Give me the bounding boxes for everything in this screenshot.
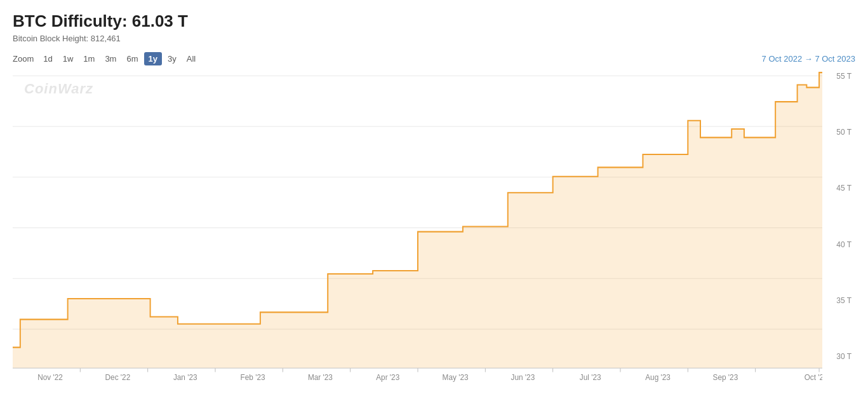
zoom-label: Zoom [13, 54, 34, 64]
svg-text:May '23: May '23 [443, 373, 469, 382]
svg-text:Oct '23: Oct '23 [805, 373, 822, 382]
y-label-40t: 40 T [822, 240, 855, 249]
zoom-1y-button[interactable]: 1y [144, 52, 162, 65]
y-label-35t: 35 T [822, 296, 855, 305]
svg-text:Jul '23: Jul '23 [580, 373, 601, 382]
svg-text:Dec '22: Dec '22 [105, 373, 131, 382]
chart-area: CoinWarz [13, 69, 822, 388]
zoom-6m-button[interactable]: 6m [122, 52, 142, 65]
zoom-1w-button[interactable]: 1w [58, 52, 78, 65]
block-height: Bitcoin Block Height: 812,461 [13, 34, 855, 43]
page-title: BTC Difficulty: 61.03 T [13, 11, 855, 31]
svg-text:Sep '23: Sep '23 [713, 373, 738, 382]
chart-wrapper: CoinWarz [13, 69, 855, 388]
date-range: 7 Oct 2022 → 7 Oct 2023 [762, 54, 855, 64]
zoom-3y-button[interactable]: 3y [163, 52, 181, 65]
svg-text:Aug '23: Aug '23 [645, 373, 671, 382]
toolbar: Zoom 1d 1w 1m 3m 6m 1y 3y All 7 Oct 2022… [13, 52, 855, 65]
y-label-55t: 55 T [822, 72, 855, 81]
y-label-45t: 45 T [822, 184, 855, 193]
y-axis: 55 T 50 T 45 T 40 T 35 T 30 T [822, 69, 855, 388]
svg-text:Mar '23: Mar '23 [308, 373, 333, 382]
zoom-3m-button[interactable]: 3m [100, 52, 121, 65]
svg-text:Jan '23: Jan '23 [173, 373, 197, 382]
zoom-1d-button[interactable]: 1d [39, 52, 57, 65]
svg-text:Jun '23: Jun '23 [511, 373, 535, 382]
zoom-controls: Zoom 1d 1w 1m 3m 6m 1y 3y All [13, 52, 200, 65]
svg-text:Nov '22: Nov '22 [37, 373, 63, 382]
main-container: BTC Difficulty: 61.03 T Bitcoin Block He… [0, 0, 868, 394]
svg-text:Feb '23: Feb '23 [241, 373, 265, 382]
y-label-50t: 50 T [822, 128, 855, 137]
zoom-1m-button[interactable]: 1m [79, 52, 99, 65]
svg-text:Apr '23: Apr '23 [376, 373, 399, 382]
y-label-30t: 30 T [822, 352, 855, 361]
chart-svg: Nov '22 Dec '22 Jan '23 Feb '23 Mar '23 … [13, 69, 822, 388]
zoom-all-button[interactable]: All [182, 52, 200, 65]
